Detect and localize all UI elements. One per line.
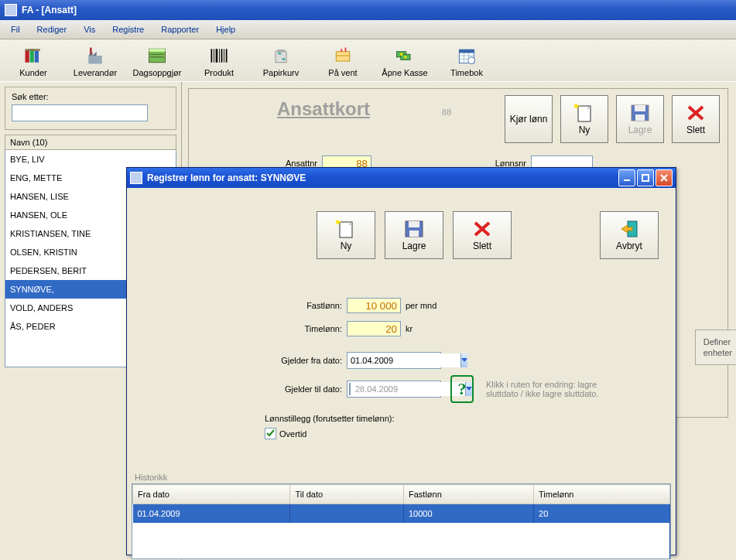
svg-marker-6 (93, 51, 97, 55)
col-til[interactable]: Til dato (290, 485, 404, 504)
button-label: Slett (686, 125, 705, 135)
exit-door-icon (618, 219, 640, 239)
svg-rect-9 (149, 49, 166, 52)
delete-button[interactable]: Slett (672, 95, 720, 143)
menu-hjelp[interactable]: Hjelp (208, 22, 243, 37)
timelonn-label: Timelønn: (288, 324, 342, 333)
til-dato-input[interactable] (352, 382, 465, 396)
col-fra[interactable]: Fra dato (133, 485, 290, 504)
svg-marker-49 (461, 358, 467, 362)
button-label: Lagre (628, 125, 652, 135)
main-titlebar: FA - [Ansatt] (0, 0, 736, 20)
til-dato-checkbox[interactable] (349, 383, 351, 395)
table-empty (133, 523, 670, 558)
menu-rediger[interactable]: Rediger (29, 22, 75, 37)
tool-dagsoppgjor[interactable]: Dagsoppgjør (127, 41, 187, 81)
floppy-icon (403, 219, 425, 239)
button-label: Ny (341, 241, 352, 251)
search-input[interactable] (12, 104, 148, 121)
register-salary-dialog: Registrer lønn for ansatt: SYNNØVE Ny La… (126, 167, 676, 555)
tool-label: Timebok (450, 68, 483, 77)
tool-kunder[interactable]: Kunder (3, 41, 63, 81)
x-icon (685, 103, 707, 123)
tool-leverandor[interactable]: Leverandør (65, 41, 125, 81)
run-payroll-button[interactable]: Kjør lønn (505, 95, 553, 143)
til-dato-label: Gjelder til dato: (265, 384, 342, 394)
timelonn-input[interactable] (347, 321, 401, 336)
tool-label: Dagsoppgjør (133, 68, 182, 77)
fastlonn-label: Fastlønn: (288, 301, 342, 310)
app-title: FA - [Ansatt] (22, 5, 77, 15)
dialog-title: Registrer lønn for ansatt: SYNNØVE (147, 172, 618, 183)
svg-rect-17 (224, 49, 224, 63)
svg-rect-16 (221, 49, 223, 63)
svg-rect-38 (635, 114, 645, 121)
col-fast[interactable]: Fastlønn (404, 485, 534, 504)
barcode-icon (208, 45, 230, 67)
cash-icon (394, 45, 416, 67)
list-item[interactable]: BYE, LIV (5, 150, 176, 169)
card-title: Ansattkort (277, 98, 370, 120)
tool-pavent[interactable]: På vent (313, 41, 373, 81)
svg-point-25 (404, 56, 407, 59)
minimize-button[interactable] (618, 169, 635, 186)
calendar-icon (456, 45, 478, 67)
button-label: Lagre (402, 241, 426, 251)
fastlonn-unit: per mnd (406, 301, 436, 310)
dialog-titlebar[interactable]: Registrer lønn for ansatt: SYNNØVE (127, 168, 676, 188)
hint-text: Klikk i ruten for endring: lagre sluttda… (486, 380, 625, 398)
tool-papirkurv[interactable]: Papirkurv (251, 41, 311, 81)
dialog-icon (130, 172, 142, 184)
dlg-save-button[interactable]: Lagre (385, 211, 443, 259)
chevron-down-icon[interactable] (460, 353, 467, 367)
overtid-label: Overtid (279, 429, 306, 439)
dlg-new-button[interactable]: Ny (317, 211, 375, 259)
dlg-delete-button[interactable]: Slett (453, 211, 512, 259)
fra-dato-input[interactable] (347, 353, 460, 367)
tool-label: Åpne Kasse (382, 68, 427, 77)
save-button[interactable]: Lagre (616, 95, 664, 143)
menu-registre[interactable]: Registre (104, 22, 152, 37)
card-buttons: Kjør lønn Ny Lagre Slett (505, 95, 720, 143)
button-label: Ny (579, 125, 591, 135)
history-grid[interactable]: Fra dato Til dato Fastlønn Timelønn 01.0… (132, 483, 671, 559)
overtid-checkbox[interactable] (265, 428, 276, 439)
svg-rect-3 (26, 49, 40, 51)
close-button[interactable] (656, 169, 673, 186)
fastlonn-input[interactable] (347, 298, 401, 313)
button-label: Slett (473, 241, 491, 251)
svg-rect-46 (409, 230, 419, 237)
history-section: Historikk Fra dato Til dato Fastlønn Tim… (132, 471, 671, 550)
new-button[interactable]: Ny (560, 95, 608, 143)
svg-rect-13 (214, 49, 214, 63)
menu-vis[interactable]: Vis (76, 22, 103, 37)
x-icon (471, 219, 493, 239)
help-icon[interactable]: ? (450, 375, 474, 403)
svg-rect-39 (624, 179, 630, 181)
card-subid: 88 (442, 108, 451, 117)
dlg-cancel-button[interactable]: Avbryt (600, 211, 659, 259)
menu-bar: Fil Rediger Vis Registre Rapporter Hjelp (0, 20, 736, 39)
fra-dato-picker[interactable] (347, 352, 441, 369)
dialog-body: Ny Lagre Slett Avbryt Fastlønn: per mnd … (127, 188, 676, 555)
search-box: Søk etter: (5, 87, 176, 130)
tool-timebok[interactable]: Timebok (436, 41, 497, 81)
tool-apnekasse[interactable]: Åpne Kasse (375, 41, 435, 81)
col-time[interactable]: Timelønn (534, 485, 670, 504)
fra-dato-label: Gjelder fra dato: (265, 356, 342, 365)
svg-rect-45 (409, 221, 419, 227)
list-header: Navn (10) (5, 135, 176, 150)
new-doc-icon (335, 219, 357, 239)
svg-rect-2 (35, 50, 39, 62)
books-icon (22, 45, 44, 67)
define-units-button[interactable]: Definer enheter (695, 330, 736, 365)
menu-fil[interactable]: Fil (3, 22, 28, 37)
svg-rect-12 (211, 49, 213, 63)
til-dato-picker[interactable] (347, 381, 441, 398)
tool-produkt[interactable]: Produkt (189, 41, 249, 81)
svg-rect-19 (276, 51, 286, 62)
svg-rect-18 (226, 49, 228, 63)
maximize-button[interactable] (637, 169, 654, 186)
table-row[interactable]: 01.04.2009 10000 20 (133, 504, 670, 524)
menu-rapporter[interactable]: Rapporter (153, 22, 207, 37)
